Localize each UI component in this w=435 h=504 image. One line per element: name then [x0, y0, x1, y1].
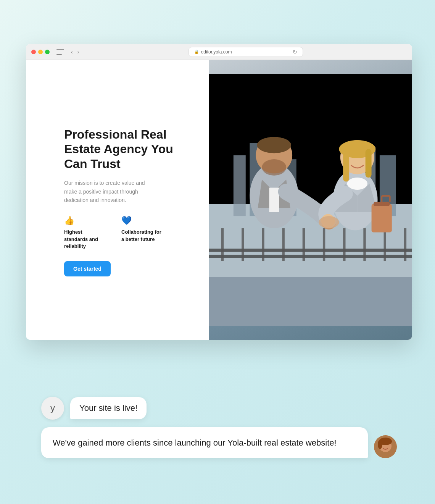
user-avatar	[374, 435, 397, 458]
thumbs-up-icon: 👍	[64, 216, 106, 226]
forward-arrow[interactable]: ›	[76, 48, 81, 56]
chat-bubble-1: Your site is live!	[70, 397, 147, 419]
nav-arrows: ‹ ›	[69, 48, 81, 56]
svg-rect-14	[303, 228, 305, 261]
sidebar-toggle-icon[interactable]	[56, 49, 64, 55]
svg-rect-15	[323, 228, 325, 261]
svg-rect-43	[209, 277, 412, 326]
svg-rect-26	[269, 188, 279, 212]
browser-window: ‹ › 🔒 editor.yola.com ↻ Professional Rea…	[26, 44, 412, 340]
lock-icon: 🔒	[194, 50, 199, 54]
svg-point-22	[262, 159, 286, 176]
handshake-illustration	[209, 60, 412, 340]
svg-rect-10	[221, 228, 224, 261]
svg-rect-31	[343, 149, 349, 182]
close-button[interactable]	[31, 50, 36, 54]
website-left-panel: Professional Real Estate Agency You Can …	[26, 60, 209, 340]
refresh-icon[interactable]: ↻	[293, 49, 297, 55]
maximize-button[interactable]	[45, 50, 50, 54]
heart-icon: 💙	[121, 216, 163, 226]
features-section: 👍 Highest standards and reliability 💙 Co…	[64, 216, 190, 250]
page-title: Professional Real Estate Agency You Can …	[64, 127, 190, 171]
get-started-button[interactable]: Get started	[64, 261, 111, 276]
feature-1-text: Highest standards and reliability	[64, 229, 106, 250]
website-right-panel: Unsplash Unsplash Unsplash Unsplash Unsp…	[209, 60, 412, 340]
svg-rect-18	[384, 228, 386, 261]
svg-rect-13	[282, 228, 285, 261]
minimize-button[interactable]	[38, 50, 43, 54]
chat-row-1: y Your site is live!	[41, 397, 397, 420]
yola-letter: y	[50, 403, 55, 414]
address-bar-wrap: 🔒 editor.yola.com ↻	[84, 47, 407, 57]
svg-rect-39	[374, 202, 390, 206]
yola-avatar: y	[41, 397, 64, 420]
svg-rect-38	[372, 204, 392, 232]
chat-row-2: We've gained more clients since launchin…	[41, 427, 397, 458]
svg-rect-9	[209, 255, 412, 258]
back-arrow[interactable]: ‹	[69, 48, 74, 56]
svg-rect-11	[242, 228, 244, 261]
browser-toolbar: ‹ › 🔒 editor.yola.com ↻	[26, 44, 412, 60]
svg-rect-16	[343, 228, 345, 261]
chat-bubble-2: We've gained more clients since launchin…	[41, 427, 368, 458]
feature-2-text: Collaborating for a better future	[121, 229, 163, 242]
address-bar[interactable]: 🔒 editor.yola.com ↻	[188, 47, 303, 57]
url-text: editor.yola.com	[201, 49, 232, 55]
svg-rect-19	[404, 228, 406, 261]
chat-section: y Your site is live! We've gained more c…	[26, 389, 412, 466]
svg-point-37	[319, 216, 339, 228]
svg-point-47	[378, 440, 382, 449]
svg-rect-32	[366, 149, 372, 178]
feature-1: 👍 Highest standards and reliability	[64, 216, 106, 250]
svg-rect-2	[234, 155, 246, 216]
website-content: Professional Real Estate Agency You Can …	[26, 60, 412, 340]
svg-rect-8	[209, 249, 412, 252]
traffic-lights	[31, 50, 50, 54]
user-avatar-svg	[374, 435, 397, 458]
feature-2: 💙 Collaborating for a better future	[121, 216, 163, 250]
svg-point-23	[257, 137, 291, 153]
svg-point-33	[347, 178, 367, 190]
svg-rect-12	[262, 228, 264, 261]
svg-rect-17	[363, 228, 366, 261]
page-subtitle: Our mission is to create value and make …	[64, 179, 156, 204]
